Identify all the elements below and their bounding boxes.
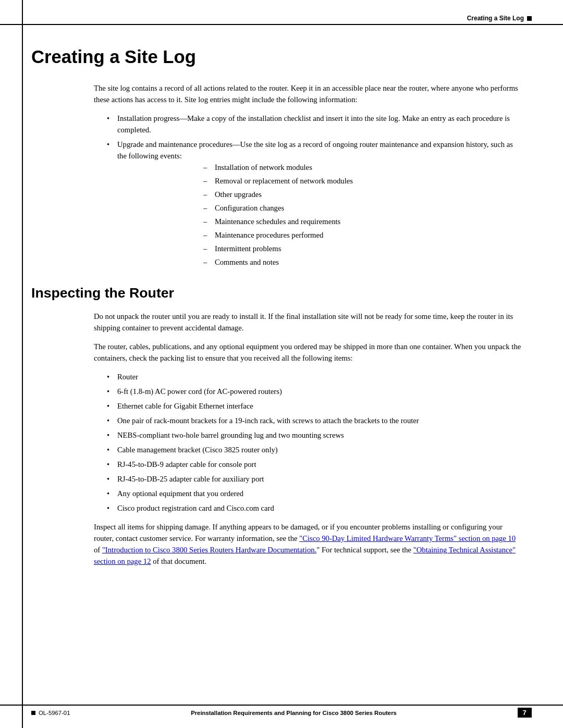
chapter1-intro: The site log contains a record of all ac… xyxy=(94,82,521,105)
item-ethernet-cable: Ethernet cable for Gigabit Ethernet inte… xyxy=(107,400,521,412)
bullet-item-2: Upgrade and maintenance procedures—Use t… xyxy=(107,139,521,268)
dash-item-4: Configuration changes xyxy=(203,202,511,214)
dash-item-5: Maintenance schedules and requirements xyxy=(203,216,511,227)
item-router: Router xyxy=(107,371,521,382)
chapter2-para1: Do not unpack the router until you are r… xyxy=(94,311,521,334)
link3-after: of that document. xyxy=(151,557,207,565)
link1-mid: of xyxy=(94,546,102,554)
content-area: Creating a Site Log The site log contain… xyxy=(31,31,532,697)
bullet-item-1: Installation progress—Make a copy of the… xyxy=(107,113,521,135)
link1[interactable]: "Cisco 90-Day Limited Hardware Warranty … xyxy=(299,534,516,542)
dash-item-8: Comments and notes xyxy=(203,256,511,268)
page-container: Creating a Site Log Creating a Site Log … xyxy=(0,0,563,728)
header-title: Creating a Site Log xyxy=(467,15,524,22)
chapter2-para2: The router, cables, publications, and an… xyxy=(94,341,521,364)
dash-item-3: Other upgrades xyxy=(203,189,511,200)
dash-item-7: Intermittent problems xyxy=(203,243,511,254)
item-rj45-db9: RJ-45-to-DB-9 adapter cable for console … xyxy=(107,459,521,470)
sublist: Installation of network modules Removal … xyxy=(203,162,511,268)
chapter2-title: Inspecting the Router xyxy=(31,285,532,301)
dash-item-2: Removal or replacement of network module… xyxy=(203,175,511,187)
item-optional-equip: Any optional equipment that you ordered xyxy=(107,488,521,499)
footer: OL-5967-01 Preinstallation Requirements … xyxy=(0,705,563,718)
chapter1-title: Creating a Site Log xyxy=(31,47,532,68)
item-rj45-db25: RJ-45-to-DB-25 adapter cable for auxilia… xyxy=(107,473,521,485)
link2-after: " For technical support, see the xyxy=(316,546,413,554)
dash-item-1: Installation of network modules xyxy=(203,162,511,173)
left-border xyxy=(22,0,23,728)
footer-left: OL-5967-01 xyxy=(31,710,70,716)
item-rack-mount: One pair of rack-mount brackets for a 19… xyxy=(107,415,521,426)
item-cisco-card: Cisco product registration card and Cisc… xyxy=(107,502,521,514)
header-bar: Creating a Site Log xyxy=(0,15,563,25)
dash-item-6: Maintenance procedures performed xyxy=(203,229,511,241)
footer-doc-id: OL-5967-01 xyxy=(39,710,70,716)
item-nebs: NEBS-compliant two-hole barrel grounding… xyxy=(107,429,521,441)
chapter2-items: Router 6-ft (1.8-m) AC power cord (for A… xyxy=(107,371,521,514)
footer-left-square xyxy=(31,711,35,715)
item-power-cord: 6-ft (1.8-m) AC power cord (for AC-power… xyxy=(107,386,521,397)
chapter1-bullets: Installation progress—Make a copy of the… xyxy=(107,113,521,268)
footer-center-text: Preinstallation Requirements and Plannin… xyxy=(70,710,517,716)
chapter2-para3: Inspect all items for shipping damage. I… xyxy=(94,521,521,567)
footer-page-number: 7 xyxy=(518,708,532,718)
link2[interactable]: "Introduction to Cisco 3800 Series Route… xyxy=(102,546,316,554)
header-square xyxy=(527,16,532,21)
item-cable-mgmt: Cable management bracket (Cisco 3825 rou… xyxy=(107,444,521,455)
